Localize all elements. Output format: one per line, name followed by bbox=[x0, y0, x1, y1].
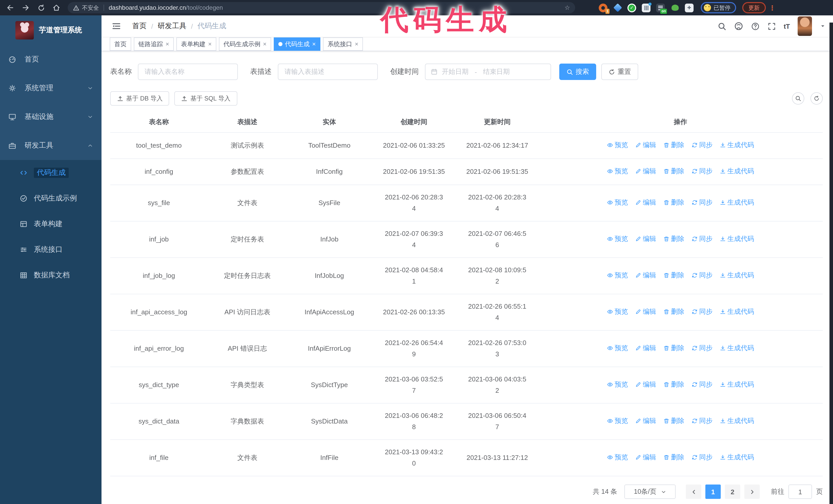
tab-4[interactable]: 代码生成× bbox=[274, 38, 320, 51]
sidebar-subitem-1[interactable]: 代码生成示例 bbox=[0, 186, 101, 211]
action-download-link[interactable]: 生成代码 bbox=[720, 166, 754, 177]
header-search-icon[interactable] bbox=[717, 22, 726, 30]
action-sync-link[interactable]: 同步 bbox=[691, 379, 713, 390]
breadcrumb-item[interactable]: 代码生成 bbox=[198, 22, 226, 31]
action-eye-link[interactable]: 预览 bbox=[607, 342, 628, 354]
browser-reload-icon[interactable] bbox=[35, 2, 47, 14]
sidebar-logo[interactable]: 芋道管理系统 bbox=[0, 16, 101, 45]
action-trash-link[interactable]: 删除 bbox=[663, 140, 684, 151]
action-sync-link[interactable]: 同步 bbox=[691, 452, 713, 463]
date-range-picker[interactable]: 开始日期 - 结束日期 bbox=[425, 64, 551, 80]
bookmark-star-icon[interactable]: ☆ bbox=[564, 4, 570, 11]
tab-1[interactable]: 链路追踪× bbox=[134, 38, 174, 51]
extension-gray-bars-icon[interactable] bbox=[642, 3, 650, 12]
action-eye-link[interactable]: 预览 bbox=[607, 233, 628, 245]
sidebar-item-2[interactable]: 基础设施 bbox=[0, 102, 101, 131]
sidebar-subitem-3[interactable]: 系统接口 bbox=[0, 237, 101, 263]
tab-close-icon[interactable]: × bbox=[312, 41, 316, 47]
action-trash-link[interactable]: 删除 bbox=[663, 233, 684, 245]
action-edit-link[interactable]: 编辑 bbox=[635, 197, 656, 208]
action-trash-link[interactable]: 删除 bbox=[663, 306, 684, 317]
page-scrollbar[interactable] bbox=[829, 23, 833, 504]
toggle-search-button[interactable] bbox=[792, 92, 804, 104]
action-edit-link[interactable]: 编辑 bbox=[635, 452, 656, 463]
font-size-icon[interactable]: tT bbox=[784, 22, 790, 30]
action-edit-link[interactable]: 编辑 bbox=[635, 379, 656, 390]
sidebar-item-1[interactable]: 系统管理 bbox=[0, 74, 101, 102]
tab-0[interactable]: 首页 bbox=[110, 38, 131, 51]
goto-page-input[interactable] bbox=[788, 484, 812, 499]
action-edit-link[interactable]: 编辑 bbox=[635, 140, 656, 151]
profile-paused-chip[interactable]: 已暂停 bbox=[701, 2, 736, 13]
action-download-link[interactable]: 生成代码 bbox=[720, 270, 754, 281]
date-start-placeholder[interactable]: 开始日期 bbox=[442, 67, 469, 76]
action-edit-link[interactable]: 编辑 bbox=[635, 233, 656, 245]
browser-forward-icon[interactable] bbox=[20, 2, 32, 14]
sidebar-item-3[interactable]: 研发工具 bbox=[0, 131, 101, 160]
action-sync-link[interactable]: 同步 bbox=[691, 140, 713, 151]
action-trash-link[interactable]: 删除 bbox=[663, 270, 684, 281]
action-sync-link[interactable]: 同步 bbox=[691, 197, 713, 208]
action-edit-link[interactable]: 编辑 bbox=[635, 415, 656, 427]
refresh-table-button[interactable] bbox=[810, 92, 823, 104]
next-page-button[interactable] bbox=[744, 484, 760, 499]
action-sync-link[interactable]: 同步 bbox=[691, 342, 713, 354]
avatar-caret-icon[interactable] bbox=[820, 23, 826, 29]
action-download-link[interactable]: 生成代码 bbox=[720, 452, 754, 463]
security-label[interactable]: 不安全 bbox=[82, 4, 99, 11]
action-eye-link[interactable]: 预览 bbox=[607, 270, 628, 281]
action-edit-link[interactable]: 编辑 bbox=[635, 270, 656, 281]
action-download-link[interactable]: 生成代码 bbox=[720, 342, 754, 354]
action-download-link[interactable]: 生成代码 bbox=[720, 197, 754, 208]
user-avatar[interactable] bbox=[798, 17, 812, 36]
action-eye-link[interactable]: 预览 bbox=[607, 415, 628, 427]
extension-blue-gem-icon[interactable] bbox=[613, 3, 622, 12]
browser-menu-icon[interactable]: ⋮ bbox=[769, 4, 776, 11]
action-eye-link[interactable]: 预览 bbox=[607, 197, 628, 208]
action-sync-link[interactable]: 同步 bbox=[691, 306, 713, 317]
action-trash-link[interactable]: 删除 bbox=[663, 342, 684, 354]
action-edit-link[interactable]: 编辑 bbox=[635, 342, 656, 354]
browser-back-icon[interactable] bbox=[4, 2, 17, 14]
action-download-link[interactable]: 生成代码 bbox=[720, 233, 754, 245]
action-trash-link[interactable]: 删除 bbox=[663, 452, 684, 463]
action-eye-link[interactable]: 预览 bbox=[607, 140, 628, 151]
tab-close-icon[interactable]: × bbox=[208, 41, 212, 47]
sidebar-collapse-icon[interactable] bbox=[108, 22, 125, 31]
import-db-button[interactable]: 基于 DB 导入 bbox=[110, 91, 169, 105]
action-sync-link[interactable]: 同步 bbox=[691, 233, 713, 245]
browser-update-button[interactable]: 更新 bbox=[742, 2, 766, 13]
action-sync-link[interactable]: 同步 bbox=[691, 166, 713, 177]
table-name-input[interactable]: 请输入表名称 bbox=[138, 64, 238, 80]
help-icon[interactable] bbox=[751, 22, 759, 30]
sidebar-item-0[interactable]: 首页 bbox=[0, 45, 101, 74]
browser-home-icon[interactable] bbox=[50, 2, 63, 14]
tab-2[interactable]: 表单构建× bbox=[176, 38, 216, 51]
sidebar-subitem-0[interactable]: 代码生成 bbox=[0, 160, 101, 186]
extension-puzzle-icon[interactable]: ✚ bbox=[685, 3, 694, 12]
action-trash-link[interactable]: 删除 bbox=[663, 379, 684, 390]
page-button-1[interactable]: 1 bbox=[705, 484, 721, 499]
page-size-select[interactable]: 10条/页 bbox=[624, 484, 675, 499]
action-eye-link[interactable]: 预览 bbox=[607, 452, 628, 463]
extension-orange-ring-icon[interactable]: 1 bbox=[599, 3, 608, 12]
tab-close-icon[interactable]: × bbox=[355, 41, 358, 47]
action-edit-link[interactable]: 编辑 bbox=[635, 166, 656, 177]
tab-close-icon[interactable]: × bbox=[166, 41, 169, 47]
breadcrumb-item[interactable]: 研发工具 bbox=[158, 22, 186, 31]
url-text[interactable]: dashboard.yudao.iocoder.cn/tool/codegen bbox=[109, 4, 223, 11]
action-eye-link[interactable]: 预览 bbox=[607, 379, 628, 390]
search-button[interactable]: 搜索 bbox=[559, 64, 596, 80]
action-eye-link[interactable]: 预览 bbox=[607, 306, 628, 317]
github-icon[interactable] bbox=[734, 22, 743, 31]
extension-green-frog-icon[interactable] bbox=[670, 3, 679, 12]
action-sync-link[interactable]: 同步 bbox=[691, 415, 713, 427]
reset-button[interactable]: 重置 bbox=[601, 64, 638, 80]
prev-page-button[interactable] bbox=[686, 484, 701, 499]
sidebar-subitem-2[interactable]: 表单构建 bbox=[0, 211, 101, 237]
action-download-link[interactable]: 生成代码 bbox=[720, 415, 754, 427]
action-download-link[interactable]: 生成代码 bbox=[720, 140, 754, 151]
action-trash-link[interactable]: 删除 bbox=[663, 197, 684, 208]
import-sql-button[interactable]: 基于 SQL 导入 bbox=[174, 91, 237, 105]
tab-3[interactable]: 代码生成示例× bbox=[219, 38, 271, 51]
